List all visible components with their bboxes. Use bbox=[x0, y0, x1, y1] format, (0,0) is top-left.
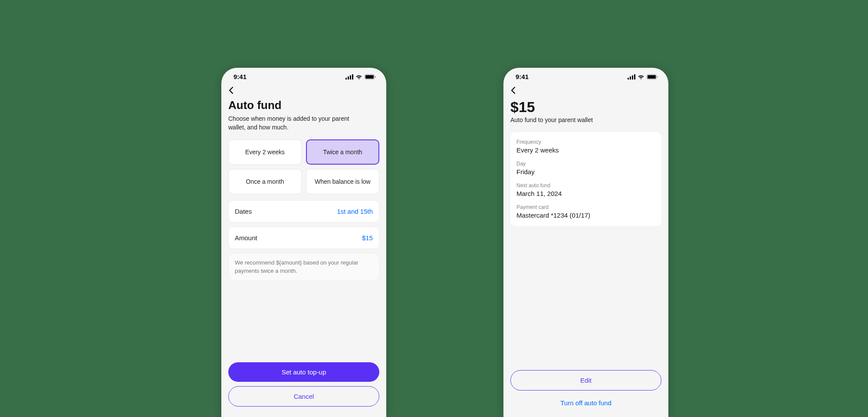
next-auto-fund-label: Next auto fund bbox=[516, 182, 655, 189]
bottom-actions: Set auto top-up Cancel bbox=[221, 362, 386, 417]
recommendation-text: We recommend ${amount} based on your reg… bbox=[228, 253, 379, 280]
payment-card-label: Payment card bbox=[516, 204, 655, 210]
frequency-row: Frequency Every 2 weeks bbox=[516, 139, 655, 154]
phone-auto-fund-summary: 9:41 $15 Auto fund to your parent wallet… bbox=[503, 68, 668, 417]
summary-card: Frequency Every 2 weeks Day Friday Next … bbox=[510, 132, 661, 226]
amount-row[interactable]: Amount $15 bbox=[228, 227, 379, 249]
turn-off-auto-fund-button[interactable]: Turn off auto fund bbox=[510, 395, 661, 411]
svg-rect-5 bbox=[365, 75, 374, 79]
content: Auto fund Choose when money is added to … bbox=[221, 83, 386, 281]
amount-value: $15 bbox=[362, 234, 373, 242]
freq-once-a-month[interactable]: Once a month bbox=[228, 169, 302, 194]
frequency-label: Frequency bbox=[516, 139, 655, 145]
svg-rect-2 bbox=[350, 75, 351, 79]
next-auto-fund-value: March 11, 2024 bbox=[516, 190, 655, 197]
wifi-icon bbox=[355, 74, 362, 79]
svg-rect-9 bbox=[632, 75, 633, 79]
status-bar: 9:41 bbox=[221, 68, 386, 83]
back-button[interactable] bbox=[510, 83, 661, 99]
battery-icon bbox=[647, 74, 658, 79]
day-label: Day bbox=[516, 161, 655, 167]
wifi-icon bbox=[638, 74, 644, 79]
phone-auto-fund-setup: 9:41 Auto fund Choose when money is adde… bbox=[221, 68, 386, 417]
cellular-icon bbox=[628, 74, 635, 79]
svg-rect-7 bbox=[628, 78, 629, 79]
battery-icon bbox=[365, 74, 376, 79]
amount-subtitle: Auto fund to your parent wallet bbox=[510, 116, 661, 123]
svg-rect-0 bbox=[345, 78, 347, 79]
day-row: Day Friday bbox=[516, 161, 655, 175]
chevron-left-icon bbox=[510, 86, 516, 94]
status-icons bbox=[345, 74, 376, 79]
day-value: Friday bbox=[516, 168, 655, 175]
set-auto-topup-button[interactable]: Set auto top-up bbox=[228, 362, 379, 382]
back-button[interactable] bbox=[228, 83, 379, 99]
payment-card-value: Mastercard *1234 (01/17) bbox=[516, 212, 655, 219]
edit-button[interactable]: Edit bbox=[510, 370, 661, 391]
svg-rect-8 bbox=[630, 76, 631, 79]
freq-every-2-weeks[interactable]: Every 2 weeks bbox=[228, 139, 302, 165]
status-bar: 9:41 bbox=[503, 68, 668, 83]
dates-value: 1st and 15th bbox=[337, 208, 373, 215]
dates-label: Dates bbox=[235, 208, 252, 215]
svg-rect-12 bbox=[648, 75, 656, 79]
cellular-icon bbox=[345, 74, 353, 79]
status-time: 9:41 bbox=[516, 73, 529, 80]
page-subtitle: Choose when money is added to your paren… bbox=[228, 115, 367, 132]
svg-rect-6 bbox=[375, 76, 376, 78]
next-auto-fund-row: Next auto fund March 11, 2024 bbox=[516, 182, 655, 197]
freq-twice-a-month[interactable]: Twice a month bbox=[306, 139, 379, 165]
cancel-button[interactable]: Cancel bbox=[228, 386, 379, 407]
dates-row[interactable]: Dates 1st and 15th bbox=[228, 200, 379, 222]
page-title: Auto fund bbox=[228, 99, 379, 112]
status-time: 9:41 bbox=[233, 73, 247, 80]
svg-rect-13 bbox=[657, 76, 658, 78]
amount-title: $15 bbox=[510, 99, 661, 116]
freq-when-balance-low[interactable]: When balance is low bbox=[306, 169, 379, 194]
chevron-left-icon bbox=[228, 86, 233, 94]
svg-rect-3 bbox=[352, 74, 353, 79]
amount-label: Amount bbox=[235, 234, 257, 242]
status-icons bbox=[628, 74, 658, 79]
frequency-value: Every 2 weeks bbox=[516, 146, 655, 154]
frequency-options: Every 2 weeks Twice a month Once a month… bbox=[228, 139, 379, 194]
bottom-actions: Edit Turn off auto fund bbox=[503, 370, 668, 417]
payment-card-row: Payment card Mastercard *1234 (01/17) bbox=[516, 204, 655, 219]
content: $15 Auto fund to your parent wallet Freq… bbox=[503, 83, 668, 226]
svg-rect-10 bbox=[634, 74, 635, 79]
svg-rect-1 bbox=[348, 76, 349, 79]
